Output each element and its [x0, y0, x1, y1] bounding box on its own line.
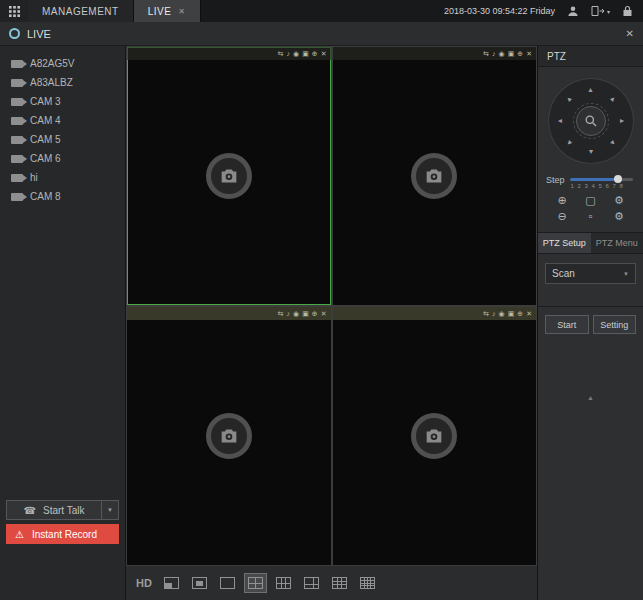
camera-item[interactable]: hi	[0, 168, 125, 187]
close-icon[interactable]: ✕	[321, 310, 327, 318]
magnifier-icon	[584, 114, 598, 128]
camera-label: A82AG5V	[30, 58, 74, 69]
close-icon[interactable]: ✕	[526, 50, 532, 58]
tab-ptz-menu[interactable]: PTZ Menu	[591, 233, 643, 253]
lock-icon[interactable]	[622, 5, 633, 17]
hd-stream-toggle[interactable]: HD	[136, 577, 152, 589]
zoom-in-icon[interactable]: ⊕	[558, 194, 567, 207]
tab-live[interactable]: LIVE ✕	[134, 0, 201, 22]
camera-item[interactable]: CAM 8	[0, 187, 125, 206]
tile-toolbar: ⇆ ♪ ◉ ▣ ⊕ ✕	[127, 47, 331, 60]
split-1-icon[interactable]	[217, 574, 238, 592]
audio-icon[interactable]: ♪	[492, 50, 496, 57]
step-slider-track[interactable]	[570, 178, 633, 181]
stream-icon[interactable]: ⇆	[483, 50, 489, 58]
tab-ptz-setup[interactable]: PTZ Setup	[538, 233, 591, 253]
video-tile-1[interactable]: ⇆ ♪ ◉ ▣ ⊕ ✕	[127, 47, 331, 305]
instant-record-button[interactable]: ⚠ Instant Record	[6, 524, 119, 544]
stream-icon[interactable]: ⇆	[278, 310, 284, 318]
snapshot-icon[interactable]: ▣	[302, 310, 309, 318]
camera-icon	[11, 136, 23, 144]
split-8-icon[interactable]	[301, 574, 322, 592]
ptz-function-select[interactable]: Scan ▼	[545, 263, 636, 284]
zoom-icon[interactable]: ⊕	[312, 50, 318, 58]
page-title: LIVE	[27, 28, 51, 40]
video-tile-4[interactable]: ⇆ ♪ ◉ ▣ ⊕ ✕	[333, 307, 537, 565]
video-tile-2[interactable]: ⇆ ♪ ◉ ▣ ⊕ ✕	[333, 47, 537, 305]
zoom-icon[interactable]: ⊕	[517, 310, 523, 318]
start-talk-button[interactable]: ☎ Start Talk ▼	[6, 500, 119, 520]
camera-sidebar: A82AG5V A83ALBZ CAM 3 CAM 4 CAM 5 CAM 6 …	[0, 46, 126, 600]
ptz-up-left-icon[interactable]: ▲	[559, 90, 576, 107]
camera-placeholder-icon	[423, 165, 445, 187]
iris-close-icon[interactable]: ⚙	[614, 210, 624, 223]
step-slider-thumb[interactable]	[614, 175, 622, 183]
ptz-function-value: Scan	[552, 268, 575, 279]
ptz-right-icon[interactable]: ▲	[617, 115, 629, 127]
zoom-out-icon[interactable]: ⊖	[558, 210, 567, 223]
split-9-icon[interactable]	[329, 574, 350, 592]
user-icon[interactable]	[567, 5, 579, 17]
audio-icon[interactable]: ♪	[287, 310, 291, 317]
camera-item[interactable]: CAM 4	[0, 111, 125, 130]
camera-item[interactable]: CAM 5	[0, 130, 125, 149]
record-icon[interactable]: ◉	[499, 310, 505, 318]
split-4-icon[interactable]	[245, 574, 266, 592]
talk-dropdown-caret-icon[interactable]: ▼	[101, 501, 118, 519]
zoom-icon[interactable]: ⊕	[517, 50, 523, 58]
stream-icon[interactable]: ⇆	[483, 310, 489, 318]
ptz-down-icon[interactable]: ▲	[585, 147, 597, 159]
audio-icon[interactable]: ♪	[287, 50, 291, 57]
ptz-down-left-icon[interactable]: ▲	[559, 135, 576, 152]
camera-item[interactable]: A83ALBZ	[0, 73, 125, 92]
ptz-scan-center-button[interactable]	[576, 106, 606, 136]
camera-icon	[11, 193, 23, 201]
video-tile-3[interactable]: ⇆ ♪ ◉ ▣ ⊕ ✕	[127, 307, 331, 565]
start-button[interactable]: Start	[545, 315, 589, 334]
phone-icon: ☎	[24, 505, 36, 516]
camera-item[interactable]: CAM 3	[0, 92, 125, 111]
snapshot-icon[interactable]: ▣	[508, 50, 515, 58]
panel-collapse-arrow-icon[interactable]: ▲	[538, 394, 643, 401]
camera-label: A83ALBZ	[30, 77, 73, 88]
snapshot-icon[interactable]: ▣	[508, 310, 515, 318]
setting-button[interactable]: Setting	[593, 315, 637, 334]
close-icon[interactable]: ✕	[626, 28, 634, 39]
focus-far-icon[interactable]: ▫	[589, 210, 593, 223]
camera-item[interactable]: A82AG5V	[0, 54, 125, 73]
main-area: A82AG5V A83ALBZ CAM 3 CAM 4 CAM 5 CAM 6 …	[0, 46, 643, 600]
record-icon[interactable]: ◉	[499, 50, 505, 58]
tab-management[interactable]: MANAGEMENT	[28, 0, 134, 22]
signout-icon[interactable]: ▾	[591, 5, 610, 17]
split-16-icon[interactable]	[357, 574, 378, 592]
no-video-placeholder	[206, 413, 252, 459]
close-icon[interactable]: ✕	[526, 310, 532, 318]
zoom-icon[interactable]: ⊕	[312, 310, 318, 318]
close-icon[interactable]: ✕	[321, 50, 327, 58]
stream-icon[interactable]: ⇆	[278, 50, 284, 58]
snapshot-icon[interactable]: ▣	[302, 50, 309, 58]
ptz-down-right-icon[interactable]: ▲	[605, 135, 622, 152]
original-size-icon[interactable]	[161, 574, 182, 592]
apps-grid-icon[interactable]	[0, 0, 28, 22]
ptz-step-row: Step 1 2 3 4 5 6 7 8	[538, 169, 643, 190]
record-icon[interactable]: ◉	[293, 310, 299, 318]
ptz-up-right-icon[interactable]: ▲	[605, 90, 622, 107]
ptz-action-buttons: Start Setting	[538, 306, 643, 342]
step-slider[interactable]: 1 2 3 4 5 6 7 8	[570, 174, 635, 190]
iris-open-icon[interactable]: ⚙	[614, 194, 624, 207]
start-talk-label: Start Talk	[43, 505, 85, 516]
split-6-icon[interactable]	[273, 574, 294, 592]
tile-toolbar: ⇆ ♪ ◉ ▣ ⊕ ✕	[127, 307, 331, 320]
no-video-placeholder	[206, 153, 252, 199]
fullscreen-icon[interactable]	[189, 574, 210, 592]
record-icon[interactable]: ◉	[293, 50, 299, 58]
focus-near-icon[interactable]: ▢	[585, 194, 595, 207]
ptz-left-icon[interactable]: ▲	[553, 115, 565, 127]
ptz-up-icon[interactable]: ▲	[585, 83, 597, 95]
ptz-panel: PTZ ▲ ▲ ▲ ▲ ▲ ▲ ▲ ▲	[537, 46, 643, 600]
audio-icon[interactable]: ♪	[492, 310, 496, 317]
tab-close-icon[interactable]: ✕	[178, 7, 185, 16]
camera-item[interactable]: CAM 6	[0, 149, 125, 168]
tile-toolbar: ⇆ ♪ ◉ ▣ ⊕ ✕	[333, 47, 537, 60]
